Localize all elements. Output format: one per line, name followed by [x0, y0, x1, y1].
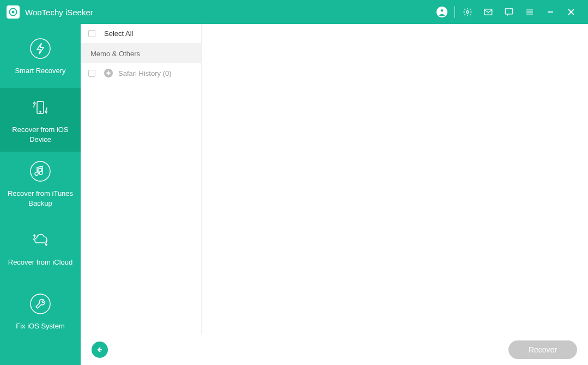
- safari-icon: [104, 69, 113, 77]
- minimize-button[interactable]: [540, 0, 561, 24]
- titlebar: WooTechy iSeeker: [0, 0, 588, 24]
- sidebar-item-fix-system[interactable]: Fix iOS System: [0, 279, 81, 343]
- sidebar: Smart Recovery Recover from iOS Device R…: [0, 24, 81, 365]
- gear-icon[interactable]: [457, 0, 478, 24]
- app-title: WooTechy iSeeker: [25, 8, 93, 17]
- svg-point-4: [466, 11, 469, 14]
- sidebar-item-ios-device[interactable]: Recover from iOS Device: [0, 88, 81, 152]
- back-button[interactable]: [92, 342, 108, 358]
- svg-point-11: [31, 294, 50, 314]
- separator: [454, 6, 455, 18]
- list-item[interactable]: Safari History (0): [81, 63, 201, 83]
- item-checkbox[interactable]: [88, 70, 95, 77]
- main-panel: Select All Memo & Others Safari History …: [81, 24, 588, 365]
- data-type-list: Select All Memo & Others Safari History …: [81, 24, 202, 334]
- select-all-row[interactable]: Select All: [81, 24, 201, 44]
- app-logo: [7, 5, 20, 19]
- mail-icon[interactable]: [478, 0, 499, 24]
- sidebar-item-itunes-backup[interactable]: Recover from iTunes Backup: [0, 152, 81, 216]
- svg-point-3: [440, 9, 444, 12]
- footer: Recover: [81, 334, 588, 365]
- recover-button[interactable]: Recover: [508, 340, 577, 359]
- menu-icon[interactable]: [519, 0, 540, 24]
- phone-refresh-icon: [28, 95, 52, 119]
- svg-rect-6: [505, 9, 513, 14]
- cloud-refresh-icon: [28, 228, 52, 252]
- sidebar-item-label: Recover from iOS Device: [5, 125, 75, 144]
- sidebar-item-label: Recover from iCloud: [8, 258, 73, 267]
- sidebar-item-label: Smart Recovery: [15, 66, 65, 76]
- wrench-icon: [28, 292, 52, 316]
- lightning-icon: [28, 37, 52, 61]
- music-refresh-icon: [28, 159, 52, 183]
- item-label: Safari History (0): [118, 69, 172, 77]
- sidebar-item-icloud[interactable]: Recover from iCloud: [0, 216, 81, 279]
- section-header: Memo & Others: [81, 44, 201, 63]
- svg-point-9: [40, 111, 41, 112]
- sidebar-item-label: Fix iOS System: [16, 321, 65, 331]
- svg-point-1: [12, 11, 15, 14]
- svg-point-7: [31, 39, 50, 58]
- select-all-checkbox[interactable]: [88, 30, 95, 37]
- user-icon[interactable]: [432, 0, 452, 24]
- select-all-label: Select All: [104, 29, 133, 38]
- section-label: Memo & Others: [90, 50, 140, 58]
- close-button[interactable]: [561, 0, 581, 24]
- sidebar-item-smart-recovery[interactable]: Smart Recovery: [0, 24, 81, 88]
- sidebar-item-label: Recover from iTunes Backup: [5, 189, 75, 208]
- feedback-icon[interactable]: [499, 0, 519, 24]
